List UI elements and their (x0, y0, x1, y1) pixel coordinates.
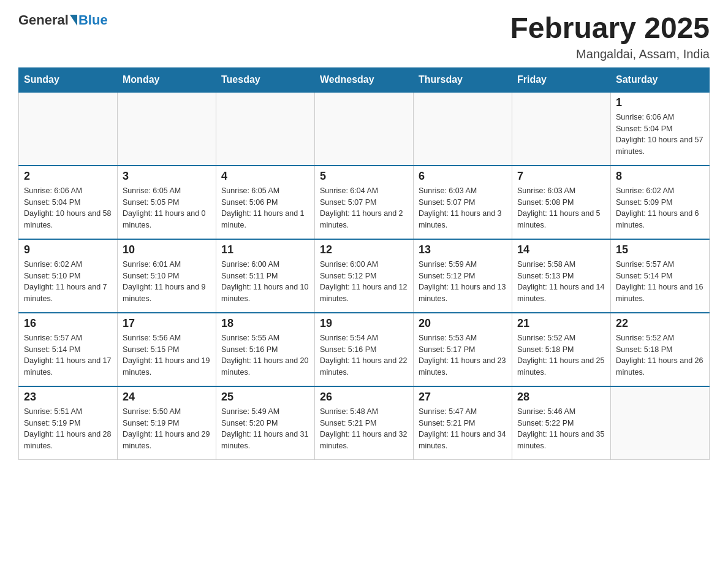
day-number: 12 (320, 243, 408, 256)
calendar-cell: 25Sunrise: 5:49 AMSunset: 5:20 PMDayligh… (216, 386, 315, 460)
calendar-cell (611, 386, 710, 460)
day-number: 8 (616, 170, 704, 183)
day-info: Sunrise: 6:06 AMSunset: 5:04 PMDaylight:… (24, 185, 112, 231)
day-number: 25 (221, 391, 309, 404)
day-info: Sunrise: 5:57 AMSunset: 5:14 PMDaylight:… (616, 259, 704, 305)
day-info: Sunrise: 5:46 AMSunset: 5:22 PMDaylight:… (517, 406, 605, 452)
calendar-cell: 15Sunrise: 5:57 AMSunset: 5:14 PMDayligh… (611, 239, 710, 313)
day-number: 4 (221, 170, 309, 183)
day-info: Sunrise: 6:04 AMSunset: 5:07 PMDaylight:… (320, 185, 408, 231)
day-info: Sunrise: 6:03 AMSunset: 5:08 PMDaylight:… (517, 185, 605, 231)
day-info: Sunrise: 5:56 AMSunset: 5:15 PMDaylight:… (123, 332, 211, 378)
calendar-cell: 11Sunrise: 6:00 AMSunset: 5:11 PMDayligh… (216, 239, 315, 313)
day-number: 5 (320, 170, 408, 183)
title-block: February 2025 Mangaldai, Assam, India (510, 12, 710, 61)
day-info: Sunrise: 6:02 AMSunset: 5:10 PMDaylight:… (24, 259, 112, 305)
day-number: 23 (24, 391, 112, 404)
calendar-header: SundayMondayTuesdayWednesdayThursdayFrid… (19, 67, 710, 92)
calendar-cell: 14Sunrise: 5:58 AMSunset: 5:13 PMDayligh… (512, 239, 611, 313)
day-number: 13 (419, 243, 507, 256)
calendar-week-row: 9Sunrise: 6:02 AMSunset: 5:10 PMDaylight… (19, 239, 710, 313)
month-title: February 2025 (510, 12, 710, 45)
day-info: Sunrise: 5:54 AMSunset: 5:16 PMDaylight:… (320, 332, 408, 378)
day-number: 10 (123, 243, 211, 256)
day-info: Sunrise: 5:55 AMSunset: 5:16 PMDaylight:… (221, 332, 309, 378)
day-info: Sunrise: 6:05 AMSunset: 5:06 PMDaylight:… (221, 185, 309, 231)
logo-blue-text: Blue (78, 12, 108, 28)
calendar-week-row: 2Sunrise: 6:06 AMSunset: 5:04 PMDaylight… (19, 166, 710, 239)
day-info: Sunrise: 5:52 AMSunset: 5:18 PMDaylight:… (616, 332, 704, 378)
calendar-cell: 21Sunrise: 5:52 AMSunset: 5:18 PMDayligh… (512, 313, 611, 386)
day-number: 28 (517, 391, 605, 404)
day-of-week-header: Wednesday (315, 67, 414, 92)
day-of-week-header: Sunday (19, 67, 118, 92)
calendar-cell (414, 92, 512, 166)
logo: General Blue (18, 12, 108, 28)
day-number: 21 (517, 317, 605, 330)
day-number: 9 (24, 243, 112, 256)
calendar-week-row: 16Sunrise: 5:57 AMSunset: 5:14 PMDayligh… (19, 313, 710, 386)
day-of-week-header: Monday (118, 67, 216, 92)
calendar-cell: 26Sunrise: 5:48 AMSunset: 5:21 PMDayligh… (315, 386, 414, 460)
calendar-cell: 28Sunrise: 5:46 AMSunset: 5:22 PMDayligh… (512, 386, 611, 460)
logo-general-text: General (18, 12, 69, 28)
calendar-cell: 20Sunrise: 5:53 AMSunset: 5:17 PMDayligh… (414, 313, 512, 386)
calendar-cell: 19Sunrise: 5:54 AMSunset: 5:16 PMDayligh… (315, 313, 414, 386)
calendar-cell: 6Sunrise: 6:03 AMSunset: 5:07 PMDaylight… (414, 166, 512, 239)
calendar-cell: 2Sunrise: 6:06 AMSunset: 5:04 PMDaylight… (19, 166, 118, 239)
calendar-cell: 24Sunrise: 5:50 AMSunset: 5:19 PMDayligh… (118, 386, 216, 460)
calendar-cell: 3Sunrise: 6:05 AMSunset: 5:05 PMDaylight… (118, 166, 216, 239)
calendar-cell: 27Sunrise: 5:47 AMSunset: 5:21 PMDayligh… (414, 386, 512, 460)
day-number: 18 (221, 317, 309, 330)
day-number: 15 (616, 243, 704, 256)
calendar-cell (512, 92, 611, 166)
calendar-cell (118, 92, 216, 166)
day-info: Sunrise: 6:02 AMSunset: 5:09 PMDaylight:… (616, 185, 704, 231)
calendar-cell: 8Sunrise: 6:02 AMSunset: 5:09 PMDaylight… (611, 166, 710, 239)
calendar-week-row: 1Sunrise: 6:06 AMSunset: 5:04 PMDaylight… (19, 92, 710, 166)
calendar-cell: 10Sunrise: 6:01 AMSunset: 5:10 PMDayligh… (118, 239, 216, 313)
day-number: 16 (24, 317, 112, 330)
calendar-cell: 23Sunrise: 5:51 AMSunset: 5:19 PMDayligh… (19, 386, 118, 460)
day-info: Sunrise: 6:00 AMSunset: 5:11 PMDaylight:… (221, 259, 309, 305)
day-info: Sunrise: 5:53 AMSunset: 5:17 PMDaylight:… (419, 332, 507, 378)
day-number: 3 (123, 170, 211, 183)
day-info: Sunrise: 6:03 AMSunset: 5:07 PMDaylight:… (419, 185, 507, 231)
day-info: Sunrise: 5:47 AMSunset: 5:21 PMDaylight:… (419, 406, 507, 452)
day-number: 24 (123, 391, 211, 404)
day-info: Sunrise: 5:50 AMSunset: 5:19 PMDaylight:… (123, 406, 211, 452)
day-info: Sunrise: 5:49 AMSunset: 5:20 PMDaylight:… (221, 406, 309, 452)
calendar-table: SundayMondayTuesdayWednesdayThursdayFrid… (18, 67, 710, 461)
calendar-cell: 22Sunrise: 5:52 AMSunset: 5:18 PMDayligh… (611, 313, 710, 386)
day-number: 6 (419, 170, 507, 183)
day-of-week-header: Thursday (414, 67, 512, 92)
day-number: 17 (123, 317, 211, 330)
day-info: Sunrise: 5:51 AMSunset: 5:19 PMDaylight:… (24, 406, 112, 452)
day-info: Sunrise: 6:06 AMSunset: 5:04 PMDaylight:… (616, 112, 704, 158)
day-of-week-header: Saturday (611, 67, 710, 92)
calendar-cell (19, 92, 118, 166)
calendar-cell: 13Sunrise: 5:59 AMSunset: 5:12 PMDayligh… (414, 239, 512, 313)
day-info: Sunrise: 5:52 AMSunset: 5:18 PMDaylight:… (517, 332, 605, 378)
day-number: 7 (517, 170, 605, 183)
calendar-cell: 9Sunrise: 6:02 AMSunset: 5:10 PMDaylight… (19, 239, 118, 313)
day-number: 26 (320, 391, 408, 404)
calendar-cell: 12Sunrise: 6:00 AMSunset: 5:12 PMDayligh… (315, 239, 414, 313)
calendar-cell: 1Sunrise: 6:06 AMSunset: 5:04 PMDaylight… (611, 92, 710, 166)
day-info: Sunrise: 6:05 AMSunset: 5:05 PMDaylight:… (123, 185, 211, 231)
calendar-cell: 16Sunrise: 5:57 AMSunset: 5:14 PMDayligh… (19, 313, 118, 386)
location-title: Mangaldai, Assam, India (510, 47, 710, 61)
calendar-week-row: 23Sunrise: 5:51 AMSunset: 5:19 PMDayligh… (19, 386, 710, 460)
day-number: 19 (320, 317, 408, 330)
day-number: 22 (616, 317, 704, 330)
calendar-body: 1Sunrise: 6:06 AMSunset: 5:04 PMDaylight… (19, 92, 710, 460)
calendar-cell: 18Sunrise: 5:55 AMSunset: 5:16 PMDayligh… (216, 313, 315, 386)
day-number: 11 (221, 243, 309, 256)
day-number: 14 (517, 243, 605, 256)
page-header: General Blue February 2025 Mangaldai, As… (18, 12, 710, 61)
day-number: 20 (419, 317, 507, 330)
calendar-cell: 4Sunrise: 6:05 AMSunset: 5:06 PMDaylight… (216, 166, 315, 239)
day-info: Sunrise: 5:59 AMSunset: 5:12 PMDaylight:… (419, 259, 507, 305)
day-of-week-header: Friday (512, 67, 611, 92)
day-info: Sunrise: 6:01 AMSunset: 5:10 PMDaylight:… (123, 259, 211, 305)
